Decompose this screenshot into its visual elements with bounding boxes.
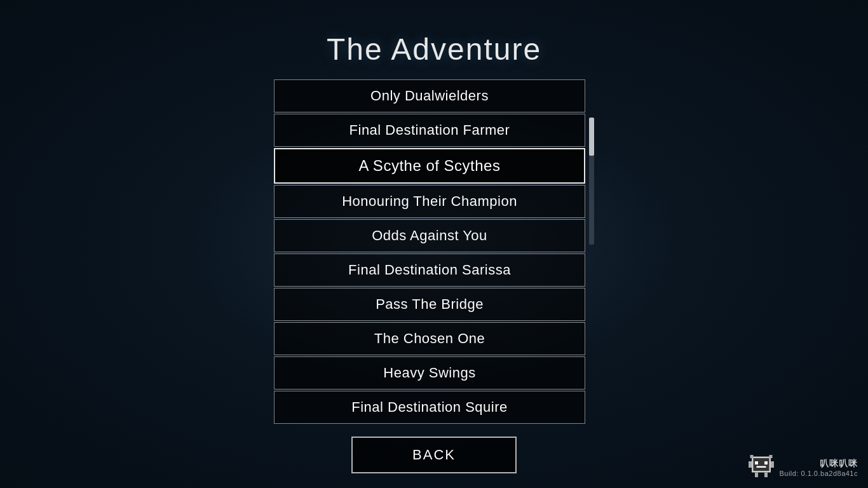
svg-rect-7 [755,473,758,478]
menu-item-final-destination-sarissa[interactable]: Final Destination Sarissa [274,254,585,287]
menu-item-final-destination-squire[interactable]: Final Destination Squire [274,391,585,424]
page-title: The Adventure [327,32,541,67]
scrollbar[interactable] [589,118,594,245]
logo-label: 叭咪叭咪 [820,458,858,470]
menu-item-only-dualwielders[interactable]: Only Dualwielders [274,79,585,112]
svg-rect-2 [755,461,758,464]
svg-rect-9 [750,455,754,458]
svg-rect-6 [771,461,774,468]
menu-item-pass-the-bridge[interactable]: Pass The Bridge [274,288,585,321]
menu-item-odds-against-you[interactable]: Odds Against You [274,219,585,252]
branding-text: 叭咪叭咪 Build: 0.1.0.ba2d8a41c [779,458,858,477]
scrollbar-thumb[interactable] [589,118,594,156]
menu-item-honouring-their-champion[interactable]: Honouring Their Champion [274,185,585,218]
svg-rect-4 [757,466,766,468]
menu-item-the-chosen-one[interactable]: The Chosen One [274,322,585,355]
svg-rect-5 [749,461,752,468]
pixel-robot-icon [749,455,774,480]
branding-area: 叭咪叭咪 Build: 0.1.0.ba2d8a41c [749,455,858,480]
svg-rect-3 [764,461,768,464]
menu-item-heavy-swings[interactable]: Heavy Swings [274,356,585,390]
svg-rect-8 [764,473,768,478]
menu-list: Only DualwieldersFinal Destination Farme… [274,79,585,425]
menu-item-a-scythe-of-scythes[interactable]: A Scythe of Scythes [274,148,585,184]
svg-rect-10 [770,455,773,458]
menu-item-final-destination-farmer[interactable]: Final Destination Farmer [274,114,585,147]
menu-list-container: Only DualwieldersFinal Destination Farme… [274,79,594,425]
back-button[interactable]: BACK [351,437,517,473]
build-info: Build: 0.1.0.ba2d8a41c [779,470,858,477]
